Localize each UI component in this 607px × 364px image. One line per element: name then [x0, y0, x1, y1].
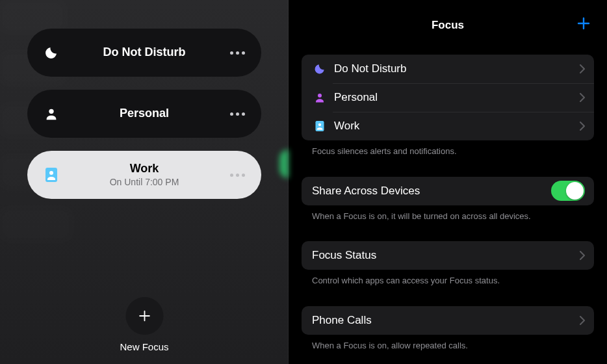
mode-row-dnd[interactable]: Do Not Disturb: [302, 55, 594, 83]
focus-card-title: Personal: [120, 107, 169, 120]
share-group: Share Across Devices: [302, 177, 594, 205]
focus-card-body: Personal: [61, 107, 227, 120]
header: Focus: [302, 16, 594, 35]
plus-icon: [125, 297, 163, 335]
more-icon[interactable]: [227, 51, 247, 55]
focus-card-title: Work: [130, 162, 159, 176]
phone-calls-footer: When a Focus is on, allow repeated calls…: [302, 335, 594, 352]
focus-card-body: Do Not Disturb: [61, 46, 227, 59]
add-button[interactable]: [576, 16, 591, 31]
focus-status-label: Focus Status: [312, 249, 580, 262]
mode-label: Work: [334, 120, 580, 133]
focus-modes-group: Do Not Disturb Personal Work: [302, 55, 594, 140]
badge-icon: [42, 165, 61, 185]
focus-card-subtitle: On Until 7:00 PM: [110, 177, 179, 188]
new-focus-label: New Focus: [120, 341, 168, 352]
svg-point-7: [318, 94, 322, 98]
focus-card-body: Work On Until 7:00 PM: [61, 162, 227, 188]
chevron-right-icon: [580, 122, 585, 131]
moon-icon: [42, 43, 61, 62]
phone-calls-row[interactable]: Phone Calls: [302, 306, 594, 335]
more-icon[interactable]: [227, 174, 247, 177]
share-toggle[interactable]: [551, 181, 585, 201]
share-label: Share Across Devices: [312, 185, 551, 198]
focus-card-dnd[interactable]: Do Not Disturb: [27, 29, 261, 77]
new-focus-button[interactable]: New Focus: [120, 297, 168, 352]
mode-label: Do Not Disturb: [334, 62, 580, 75]
focus-control-overlay: Do Not Disturb Personal Work On Until 7:…: [0, 0, 289, 364]
mode-row-personal[interactable]: Personal: [302, 83, 594, 112]
green-edge-blob: [279, 150, 289, 178]
focus-status-row[interactable]: Focus Status: [302, 241, 594, 270]
focus-card-title: Do Not Disturb: [103, 46, 186, 59]
focus-settings-panel: Focus Do Not Disturb Personal: [289, 0, 607, 364]
phone-calls-group: Phone Calls: [302, 306, 594, 335]
mode-label: Personal: [334, 91, 580, 104]
more-icon[interactable]: [227, 112, 247, 116]
svg-point-2: [49, 171, 53, 175]
modes-footer: Focus silences alerts and notifications.: [302, 140, 594, 157]
focus-card-personal[interactable]: Personal: [27, 90, 261, 138]
chevron-right-icon: [580, 251, 585, 260]
person-icon: [311, 92, 329, 103]
phone-calls-label: Phone Calls: [312, 314, 580, 327]
person-icon: [42, 104, 61, 124]
chevron-right-icon: [580, 93, 585, 102]
badge-icon: [311, 120, 329, 133]
focus-status-group: Focus Status: [302, 241, 594, 270]
focus-card-work[interactable]: Work On Until 7:00 PM: [27, 151, 261, 199]
share-row[interactable]: Share Across Devices: [302, 177, 594, 205]
svg-point-0: [49, 109, 53, 114]
chevron-right-icon: [580, 64, 585, 73]
focus-status-footer: Control which apps can access your Focus…: [302, 270, 594, 287]
svg-point-9: [318, 124, 321, 126]
share-footer: When a Focus is on, it will be turned on…: [302, 205, 594, 222]
mode-row-work[interactable]: Work: [302, 112, 594, 140]
page-title: Focus: [432, 19, 464, 32]
moon-icon: [311, 62, 329, 75]
chevron-right-icon: [580, 316, 585, 325]
